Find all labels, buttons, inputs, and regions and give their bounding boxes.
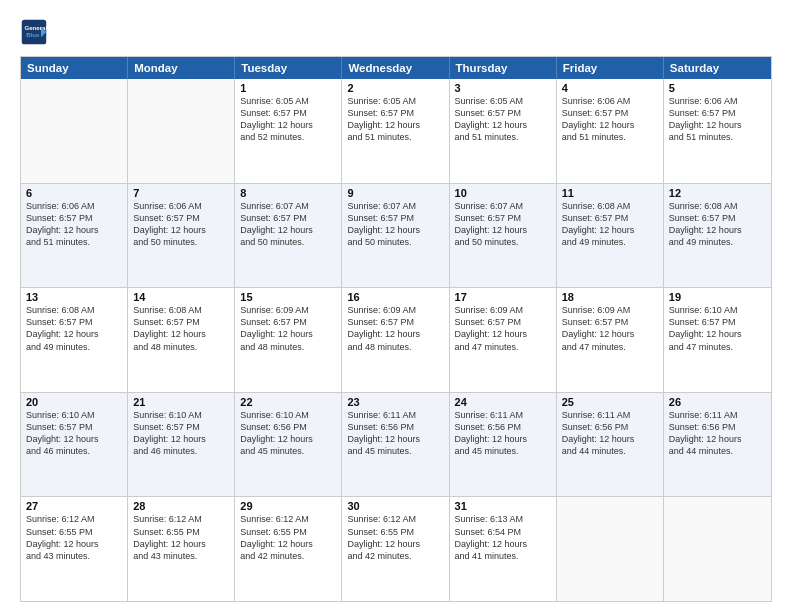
calendar-cell: 6Sunrise: 6:06 AM Sunset: 6:57 PM Daylig…: [21, 184, 128, 288]
calendar-cell: 10Sunrise: 6:07 AM Sunset: 6:57 PM Dayli…: [450, 184, 557, 288]
empty-cell: [664, 497, 771, 601]
cell-details: Sunrise: 6:09 AM Sunset: 6:57 PM Dayligh…: [455, 304, 551, 353]
day-number: 1: [240, 82, 336, 94]
day-number: 12: [669, 187, 766, 199]
calendar-cell: 19Sunrise: 6:10 AM Sunset: 6:57 PM Dayli…: [664, 288, 771, 392]
calendar-row: 13Sunrise: 6:08 AM Sunset: 6:57 PM Dayli…: [21, 287, 771, 392]
empty-cell: [557, 497, 664, 601]
cell-details: Sunrise: 6:10 AM Sunset: 6:57 PM Dayligh…: [669, 304, 766, 353]
day-number: 17: [455, 291, 551, 303]
empty-cell: [128, 79, 235, 183]
day-number: 4: [562, 82, 658, 94]
cell-details: Sunrise: 6:08 AM Sunset: 6:57 PM Dayligh…: [133, 304, 229, 353]
day-number: 22: [240, 396, 336, 408]
weekday-header: Monday: [128, 57, 235, 79]
cell-details: Sunrise: 6:07 AM Sunset: 6:57 PM Dayligh…: [347, 200, 443, 249]
calendar-cell: 17Sunrise: 6:09 AM Sunset: 6:57 PM Dayli…: [450, 288, 557, 392]
calendar-body: 1Sunrise: 6:05 AM Sunset: 6:57 PM Daylig…: [21, 79, 771, 601]
day-number: 29: [240, 500, 336, 512]
cell-details: Sunrise: 6:12 AM Sunset: 6:55 PM Dayligh…: [240, 513, 336, 562]
calendar-cell: 1Sunrise: 6:05 AM Sunset: 6:57 PM Daylig…: [235, 79, 342, 183]
calendar-cell: 9Sunrise: 6:07 AM Sunset: 6:57 PM Daylig…: [342, 184, 449, 288]
day-number: 19: [669, 291, 766, 303]
weekday-header: Sunday: [21, 57, 128, 79]
day-number: 10: [455, 187, 551, 199]
cell-details: Sunrise: 6:07 AM Sunset: 6:57 PM Dayligh…: [240, 200, 336, 249]
calendar-row: 1Sunrise: 6:05 AM Sunset: 6:57 PM Daylig…: [21, 79, 771, 183]
weekday-header: Thursday: [450, 57, 557, 79]
calendar-cell: 14Sunrise: 6:08 AM Sunset: 6:57 PM Dayli…: [128, 288, 235, 392]
cell-details: Sunrise: 6:05 AM Sunset: 6:57 PM Dayligh…: [240, 95, 336, 144]
calendar-cell: 26Sunrise: 6:11 AM Sunset: 6:56 PM Dayli…: [664, 393, 771, 497]
day-number: 21: [133, 396, 229, 408]
calendar-cell: 15Sunrise: 6:09 AM Sunset: 6:57 PM Dayli…: [235, 288, 342, 392]
calendar-cell: 30Sunrise: 6:12 AM Sunset: 6:55 PM Dayli…: [342, 497, 449, 601]
cell-details: Sunrise: 6:11 AM Sunset: 6:56 PM Dayligh…: [669, 409, 766, 458]
cell-details: Sunrise: 6:11 AM Sunset: 6:56 PM Dayligh…: [455, 409, 551, 458]
calendar-header: SundayMondayTuesdayWednesdayThursdayFrid…: [21, 57, 771, 79]
calendar-cell: 18Sunrise: 6:09 AM Sunset: 6:57 PM Dayli…: [557, 288, 664, 392]
calendar-cell: 31Sunrise: 6:13 AM Sunset: 6:54 PM Dayli…: [450, 497, 557, 601]
day-number: 8: [240, 187, 336, 199]
calendar-cell: 16Sunrise: 6:09 AM Sunset: 6:57 PM Dayli…: [342, 288, 449, 392]
logo-icon: General Blue: [20, 18, 48, 46]
calendar-cell: 24Sunrise: 6:11 AM Sunset: 6:56 PM Dayli…: [450, 393, 557, 497]
page: General Blue SundayMondayTuesdayWednesda…: [0, 0, 792, 612]
calendar-cell: 25Sunrise: 6:11 AM Sunset: 6:56 PM Dayli…: [557, 393, 664, 497]
calendar-cell: 20Sunrise: 6:10 AM Sunset: 6:57 PM Dayli…: [21, 393, 128, 497]
day-number: 24: [455, 396, 551, 408]
calendar-row: 6Sunrise: 6:06 AM Sunset: 6:57 PM Daylig…: [21, 183, 771, 288]
calendar-cell: 8Sunrise: 6:07 AM Sunset: 6:57 PM Daylig…: [235, 184, 342, 288]
calendar-cell: 5Sunrise: 6:06 AM Sunset: 6:57 PM Daylig…: [664, 79, 771, 183]
cell-details: Sunrise: 6:06 AM Sunset: 6:57 PM Dayligh…: [562, 95, 658, 144]
cell-details: Sunrise: 6:12 AM Sunset: 6:55 PM Dayligh…: [347, 513, 443, 562]
day-number: 18: [562, 291, 658, 303]
cell-details: Sunrise: 6:05 AM Sunset: 6:57 PM Dayligh…: [455, 95, 551, 144]
calendar-cell: 4Sunrise: 6:06 AM Sunset: 6:57 PM Daylig…: [557, 79, 664, 183]
cell-details: Sunrise: 6:10 AM Sunset: 6:57 PM Dayligh…: [133, 409, 229, 458]
cell-details: Sunrise: 6:09 AM Sunset: 6:57 PM Dayligh…: [562, 304, 658, 353]
day-number: 9: [347, 187, 443, 199]
day-number: 30: [347, 500, 443, 512]
calendar-cell: 13Sunrise: 6:08 AM Sunset: 6:57 PM Dayli…: [21, 288, 128, 392]
cell-details: Sunrise: 6:10 AM Sunset: 6:56 PM Dayligh…: [240, 409, 336, 458]
cell-details: Sunrise: 6:12 AM Sunset: 6:55 PM Dayligh…: [26, 513, 122, 562]
day-number: 26: [669, 396, 766, 408]
weekday-header: Friday: [557, 57, 664, 79]
logo: General Blue: [20, 18, 52, 46]
cell-details: Sunrise: 6:13 AM Sunset: 6:54 PM Dayligh…: [455, 513, 551, 562]
cell-details: Sunrise: 6:10 AM Sunset: 6:57 PM Dayligh…: [26, 409, 122, 458]
header: General Blue: [20, 18, 772, 46]
day-number: 5: [669, 82, 766, 94]
day-number: 14: [133, 291, 229, 303]
calendar-cell: 7Sunrise: 6:06 AM Sunset: 6:57 PM Daylig…: [128, 184, 235, 288]
cell-details: Sunrise: 6:08 AM Sunset: 6:57 PM Dayligh…: [562, 200, 658, 249]
day-number: 6: [26, 187, 122, 199]
day-number: 25: [562, 396, 658, 408]
cell-details: Sunrise: 6:08 AM Sunset: 6:57 PM Dayligh…: [669, 200, 766, 249]
day-number: 3: [455, 82, 551, 94]
cell-details: Sunrise: 6:06 AM Sunset: 6:57 PM Dayligh…: [133, 200, 229, 249]
cell-details: Sunrise: 6:11 AM Sunset: 6:56 PM Dayligh…: [347, 409, 443, 458]
calendar-cell: 11Sunrise: 6:08 AM Sunset: 6:57 PM Dayli…: [557, 184, 664, 288]
cell-details: Sunrise: 6:08 AM Sunset: 6:57 PM Dayligh…: [26, 304, 122, 353]
cell-details: Sunrise: 6:07 AM Sunset: 6:57 PM Dayligh…: [455, 200, 551, 249]
calendar-cell: 28Sunrise: 6:12 AM Sunset: 6:55 PM Dayli…: [128, 497, 235, 601]
empty-cell: [21, 79, 128, 183]
day-number: 31: [455, 500, 551, 512]
calendar-cell: 12Sunrise: 6:08 AM Sunset: 6:57 PM Dayli…: [664, 184, 771, 288]
calendar-cell: 2Sunrise: 6:05 AM Sunset: 6:57 PM Daylig…: [342, 79, 449, 183]
cell-details: Sunrise: 6:06 AM Sunset: 6:57 PM Dayligh…: [669, 95, 766, 144]
day-number: 23: [347, 396, 443, 408]
day-number: 16: [347, 291, 443, 303]
calendar-cell: 27Sunrise: 6:12 AM Sunset: 6:55 PM Dayli…: [21, 497, 128, 601]
cell-details: Sunrise: 6:06 AM Sunset: 6:57 PM Dayligh…: [26, 200, 122, 249]
calendar-cell: 23Sunrise: 6:11 AM Sunset: 6:56 PM Dayli…: [342, 393, 449, 497]
calendar-cell: 3Sunrise: 6:05 AM Sunset: 6:57 PM Daylig…: [450, 79, 557, 183]
svg-text:Blue: Blue: [26, 31, 40, 38]
cell-details: Sunrise: 6:12 AM Sunset: 6:55 PM Dayligh…: [133, 513, 229, 562]
weekday-header: Saturday: [664, 57, 771, 79]
calendar-cell: 29Sunrise: 6:12 AM Sunset: 6:55 PM Dayli…: [235, 497, 342, 601]
cell-details: Sunrise: 6:09 AM Sunset: 6:57 PM Dayligh…: [347, 304, 443, 353]
weekday-header: Tuesday: [235, 57, 342, 79]
